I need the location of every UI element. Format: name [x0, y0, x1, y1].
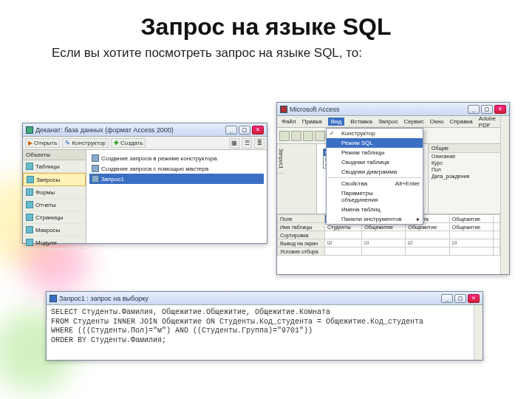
checkbox-icon[interactable]: ☑ — [452, 240, 457, 245]
submenu-arrow-icon: ▸ — [417, 216, 420, 222]
nav-item-6[interactable]: Модули — [23, 236, 86, 249]
grid-cell[interactable] — [449, 248, 493, 256]
sql-line: WHERE (((Студенты.Пол)="м") AND ((Студен… — [51, 327, 469, 336]
nav-item-5[interactable]: Макросы — [23, 224, 86, 236]
menu-item[interactable]: Режим таблицы — [327, 148, 423, 157]
page-subtitle: Если вы хотите посмотреть запрос на язык… — [52, 46, 362, 61]
list-item[interactable]: Создание запроса в режиме конструктора — [89, 153, 264, 163]
tab-query[interactable]: Запрос1 — [277, 144, 285, 174]
grid-cell[interactable] — [362, 248, 406, 256]
grid-cell[interactable] — [406, 231, 449, 239]
menu-item[interactable]: СвойстваAlt+Enter — [327, 179, 423, 188]
menu-Справка[interactable]: Справка — [449, 118, 472, 125]
new-button[interactable]: ✚Создать — [111, 138, 146, 148]
nav-icon — [26, 214, 33, 221]
grid-cell[interactable] — [449, 231, 493, 239]
grid-cell[interactable] — [325, 231, 362, 239]
grid-label: Поле — [278, 215, 325, 223]
object-nav: Объекты ТаблицыЗапросыФормыОтчетыСтраниц… — [23, 150, 86, 243]
view-detail-icon[interactable]: ≣ — [254, 138, 265, 149]
menu-item[interactable]: Параметры объединения — [327, 188, 423, 205]
close-button[interactable]: × — [494, 105, 506, 114]
grid-cell[interactable]: ☑ — [325, 239, 362, 248]
list-item[interactable]: Создание запроса с помощью мастера — [89, 163, 264, 174]
minimize-button[interactable]: _ — [225, 126, 237, 134]
property-row[interactable]: Дата_рождения — [429, 173, 500, 180]
menu-item[interactable]: Панели инструментов▸ — [327, 214, 423, 224]
grid-label: Имя таблицы — [278, 223, 325, 231]
list-item[interactable]: Запрос1 — [89, 174, 264, 184]
menu-Сервис[interactable]: Сервис — [403, 118, 423, 125]
minimize-button[interactable]: _ — [441, 294, 453, 303]
menu-item[interactable]: Имена таблиц — [327, 205, 423, 214]
menu-item[interactable]: Сводная диаграмма — [327, 167, 423, 177]
grid-label: Сортировка — [278, 231, 325, 239]
nav-icon — [26, 226, 33, 233]
ribbon-icon[interactable] — [279, 131, 290, 141]
ribbon-icon[interactable] — [303, 131, 313, 141]
property-row[interactable]: Описание — [429, 153, 500, 160]
view-list-icon[interactable]: ☰ — [242, 138, 252, 149]
titlebar[interactable]: Деканат: база данных (формат Access 2000… — [23, 123, 267, 137]
menu-Вид[interactable]: Вид — [328, 117, 344, 126]
maximize-button[interactable]: □ — [454, 294, 466, 303]
sql-line: SELECT Студенты.Фамилия, Общежитие.Общеж… — [51, 308, 469, 318]
menu-Вставка[interactable]: Вставка — [350, 118, 372, 125]
view-large-icon[interactable]: ▦ — [229, 138, 239, 149]
grid-cell[interactable]: ☑ — [406, 239, 449, 248]
maximize-button[interactable]: □ — [481, 105, 493, 114]
nav-item-3[interactable]: Отчеты — [23, 199, 86, 211]
menu-Окно[interactable]: Окно — [430, 118, 444, 125]
nav-item-4[interactable]: Страницы — [23, 211, 86, 224]
minimize-button[interactable]: _ — [468, 105, 480, 114]
menu-item[interactable]: Сводная таблица — [327, 157, 423, 167]
panel-header: Общие — [429, 144, 500, 153]
menu-item[interactable]: Режим SQL — [327, 138, 423, 148]
design-button[interactable]: ✎Конструктор — [62, 138, 109, 148]
grid-cell[interactable]: Общежитие — [449, 215, 493, 223]
shortcut: Alt+Enter — [395, 180, 420, 187]
sql-line: FROM Студенты INNER JOIN Общежитие ON Ст… — [51, 318, 469, 327]
scrollbar[interactable] — [474, 305, 482, 360]
nav-item-0[interactable]: Таблицы — [23, 160, 86, 173]
property-row[interactable]: Пол — [429, 166, 500, 173]
checkbox-icon[interactable]: ☑ — [408, 240, 412, 245]
maximize-button[interactable]: □ — [239, 126, 250, 134]
view-menu: ✓КонструкторРежим SQLРежим таблицыСводна… — [326, 128, 423, 225]
scrollbar[interactable] — [500, 116, 509, 274]
query-icon — [92, 154, 99, 162]
nav-icon — [26, 239, 33, 246]
close-button[interactable]: × — [252, 126, 264, 134]
grid-cell[interactable] — [325, 248, 362, 256]
grid-label: Условие отбора — [278, 248, 325, 256]
grid-cell[interactable]: ☑ — [362, 239, 406, 248]
titlebar[interactable]: Запрос1 : запрос на выборку _ □ × — [47, 292, 482, 305]
window-title: Запрос1 : запрос на выборку — [59, 295, 149, 302]
titlebar[interactable]: Microsoft Access _ □ × — [277, 103, 509, 116]
nav-icon — [26, 201, 33, 208]
close-button[interactable]: × — [468, 294, 480, 303]
window-title: Microsoft Access — [290, 106, 340, 113]
grid-cell[interactable]: Общежитие — [449, 223, 493, 231]
left-rail: Запрос1 — [277, 144, 317, 214]
menu-item[interactable]: ✓Конструктор — [327, 129, 423, 138]
query-design-window: Microsoft Access _ □ × ФайлПравкаВидВста… — [276, 102, 510, 275]
ribbon-icon[interactable] — [315, 131, 325, 141]
property-row[interactable]: Курс — [429, 160, 500, 166]
window-title: Деканат: база данных (формат Access 2000… — [35, 126, 174, 134]
checkbox-icon[interactable]: ☑ — [364, 240, 369, 245]
toolbar: ▶Открыть ✎Конструктор ✚Создать ▦ ☰ ≣ — [23, 137, 267, 150]
open-button[interactable]: ▶Открыть — [25, 138, 60, 148]
menu-Файл[interactable]: Файл — [282, 118, 296, 125]
sql-editor[interactable]: SELECT Студенты.Фамилия, Общежитие.Общеж… — [47, 305, 474, 360]
menu-Правка[interactable]: Правка — [302, 118, 322, 125]
menu-Запрос[interactable]: Запрос — [378, 118, 398, 125]
ribbon-icon[interactable] — [291, 131, 301, 141]
grid-cell[interactable] — [406, 248, 449, 256]
checkbox-icon[interactable]: ☑ — [327, 240, 332, 245]
nav-item-1[interactable]: Запросы — [23, 173, 86, 186]
nav-item-2[interactable]: Формы — [23, 186, 86, 199]
object-list: Создание запроса в режиме конструктораСо… — [86, 150, 267, 243]
grid-cell[interactable] — [362, 231, 406, 239]
grid-cell[interactable]: ☑ — [449, 239, 493, 248]
